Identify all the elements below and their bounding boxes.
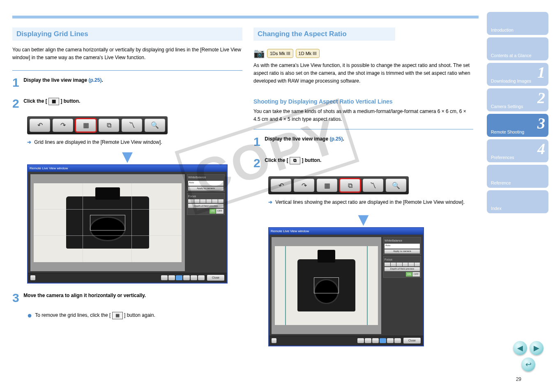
toolbar-aspect: ↶ ↷ ▦ ⧉ 〽 🔍 [268, 176, 473, 194]
page-number: 29 [516, 376, 521, 382]
left-intro: You can better align the camera horizont… [12, 46, 242, 61]
down-arrow-icon-right: ▼ [253, 215, 473, 224]
device-status-icon-2 [272, 338, 276, 343]
sidebar-item-chapter-3[interactable]: 3 Remote Shooting [487, 114, 548, 137]
step-number-3: 3 [12, 288, 22, 308]
live-view-screenshot-aspect: Remote Live View window WhiteBalance Aut… [268, 227, 424, 346]
app-titlebar-left: Remote Live View window [28, 165, 227, 172]
rotate-cw-button-2[interactable]: ↷ [294, 179, 314, 192]
camera-icon: 📷 [253, 49, 265, 58]
apply-to-camera-button-2[interactable]: Apply to camera [385, 249, 420, 254]
badge-1d-mk3: 1D Mk III [296, 49, 320, 58]
sidebar-item-chapter-1[interactable]: 1 Downloading Images [487, 63, 548, 86]
ratio-line-right [367, 246, 368, 325]
section-title-aspect-ratio-text: Changing the Aspect Ratio [258, 30, 347, 38]
af-frame-2 [314, 277, 339, 293]
device-status-icon [30, 275, 35, 280]
wb-dropdown-2[interactable]: Auto [385, 244, 420, 249]
result-arrow-icon: ➜ [27, 139, 31, 145]
close-button-right[interactable]: Close [403, 338, 421, 344]
left-column: You can better align the camera horizont… [12, 46, 242, 322]
left-sub-rule [12, 70, 242, 71]
step-number-1: 1 [12, 73, 22, 92]
step-number-2: 2 [12, 94, 22, 113]
step3-bullet: ● To remove the grid lines, click the [ … [27, 309, 242, 322]
af-frame [90, 215, 125, 231]
dof-preview-button[interactable]: Depth-of-field preview [188, 204, 223, 208]
section-title-grid-lines-text: Displaying Grid Lines [16, 30, 88, 38]
histogram-button[interactable]: 〽 [122, 119, 142, 132]
live-view-screenshot-grid: Remote Live View window White [27, 164, 228, 284]
focus-step-buttons-2[interactable] [385, 263, 420, 266]
page-link-25a[interactable]: (p.25) [88, 77, 101, 83]
aspect-ratio-toggle-button-2[interactable]: ⧉ [340, 179, 360, 192]
aspect-ratio-toggle-button[interactable]: ⧉ [99, 119, 119, 132]
ratio-line-left [285, 246, 286, 325]
right-intro: As with the camera's Live View function,… [253, 62, 473, 85]
sub-heading-vertical-lines: Shooting by Displaying Aspect Ratio Vert… [253, 97, 473, 106]
back-button[interactable]: ↩ [521, 357, 535, 371]
step1-text: Display the live view image (p.25). [23, 76, 103, 84]
sidebar-item-index[interactable]: Index [487, 190, 548, 213]
side-panel-left: WhiteBalance Auto Apply to camera Focus … [187, 174, 225, 216]
bullet-icon: ● [27, 311, 32, 320]
focus-step-buttons[interactable] [188, 199, 223, 203]
on-off-toggle-2[interactable]: ONOFF [385, 272, 420, 277]
histogram-button-2[interactable]: 〽 [363, 179, 383, 192]
r-step-row-1: 1 Display the live view image (p.25). [253, 132, 473, 152]
close-button-left[interactable]: Close [207, 275, 224, 281]
step-row-3: 3 Move the camera to align it horizontal… [12, 288, 242, 308]
step-row-1: 1 Display the live view image (p.25). [12, 73, 242, 92]
prev-page-button[interactable]: ◀ [513, 341, 527, 355]
r-step-number-1: 1 [253, 132, 263, 152]
right-sub-rule [253, 129, 473, 129]
toolbar-grid: ↶ ↷ ▦ ⧉ 〽 🔍 [27, 116, 242, 134]
app-titlebar-right: Remote Live View window [269, 228, 423, 235]
step2-text: Click the [ ▦ ] button. [23, 97, 80, 105]
mini-toolbar-left[interactable] [161, 275, 205, 280]
rotate-cw-button[interactable]: ↷ [53, 119, 73, 132]
sub-body-vertical-lines: You can take the same kinds of shots as … [253, 108, 473, 123]
r-step-row-2: 2 Click the [ ⧉ ] button. [253, 153, 473, 173]
right-column: As with the camera's Live View function,… [253, 62, 473, 346]
dof-preview-button-2[interactable]: Depth-of-field preview [385, 267, 420, 271]
camera-model-badges: 📷 1Ds Mk III 1D Mk III [253, 49, 320, 58]
step-row-2: 2 Click the [ ▦ ] button. [12, 94, 242, 113]
grid-toggle-button-2[interactable]: ▦ [317, 179, 337, 192]
grid-toggle-button[interactable]: ▦ [76, 119, 96, 132]
sidebar-item-contents[interactable]: Contents at a Glance [487, 37, 548, 60]
r-step-number-2: 2 [253, 153, 263, 173]
rotate-ccw-button-2[interactable]: ↶ [271, 179, 291, 192]
top-horizontal-rule [12, 16, 479, 18]
section-title-aspect-ratio: Changing the Aspect Ratio [253, 28, 395, 41]
apply-to-camera-button[interactable]: Apply to camera [188, 187, 223, 191]
side-panel-right: WhiteBalance Auto Apply to camera Focus … [383, 237, 421, 279]
aspect-icon-inline: ⧉ [290, 157, 300, 164]
sidebar-item-chapter-4[interactable]: 4 Preferences [487, 139, 548, 162]
step2-result: ➜ Grid lines are displayed in the [Remot… [27, 138, 242, 146]
rotate-ccw-button[interactable]: ↶ [30, 119, 50, 132]
sidebar-nav: Introduction Contents at a Glance 1 Down… [487, 12, 548, 213]
step3-heading: Move the camera to align it horizontally… [23, 292, 146, 300]
zoom-button-2[interactable]: 🔍 [386, 179, 406, 192]
page-link-25b[interactable]: (p.25) [329, 136, 343, 142]
section-title-grid-lines: Displaying Grid Lines [12, 28, 242, 41]
r-step2-result: ➜ Vertical lines showing the aspect rati… [268, 198, 473, 206]
on-off-toggle[interactable]: ONOFF [188, 209, 223, 213]
mini-toolbar-right[interactable] [357, 338, 401, 343]
grid-icon-inline-2: ▦ [112, 312, 123, 319]
sidebar-item-introduction[interactable]: Introduction [487, 12, 548, 35]
page-controls: ◀ ▶ ↩ [513, 341, 543, 371]
next-page-button[interactable]: ▶ [530, 341, 543, 355]
badge-1ds-mk3: 1Ds Mk III [267, 49, 293, 58]
sidebar-item-chapter-2[interactable]: 2 Camera Settings [487, 88, 548, 111]
result-arrow-icon-2: ➜ [268, 199, 272, 205]
grid-icon-inline: ▦ [48, 98, 59, 105]
zoom-button[interactable]: 🔍 [145, 119, 165, 132]
wb-dropdown[interactable]: Auto [188, 181, 223, 186]
down-arrow-icon-left: ▼ [12, 152, 242, 161]
sidebar-item-reference[interactable]: Reference [487, 165, 548, 188]
